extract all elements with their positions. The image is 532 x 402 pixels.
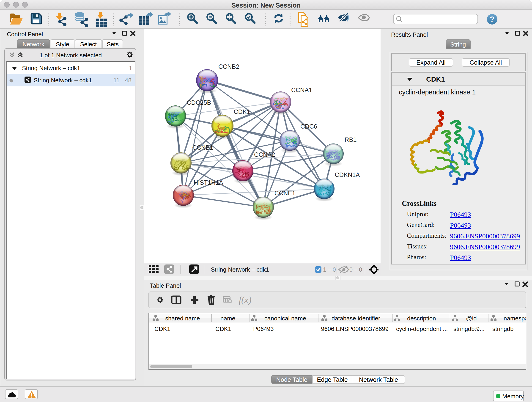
svg-text:CDK1: CDK1 (154, 325, 170, 332)
svg-text:CDKN1A: CDKN1A (335, 172, 360, 178)
svg-text:stringdb:9...: stringdb:9... (453, 325, 485, 332)
svg-text:9606.ENSP00000378699: 9606.ENSP00000378699 (321, 325, 389, 332)
svg-text:CCNA1: CCNA1 (291, 87, 312, 94)
svg-text:CDK1: CDK1 (215, 325, 231, 332)
svg-text:HIST1H1A: HIST1H1A (194, 179, 223, 186)
svg-text:CCNA2: CCNA2 (254, 151, 275, 158)
svg-text:canonical name: canonical name (264, 315, 306, 322)
svg-text:database identifier: database identifier (331, 315, 380, 322)
svg-text:CCNB1: CCNB1 (192, 144, 213, 151)
svg-text:CCNB2: CCNB2 (218, 63, 239, 70)
svg-text:name: name (220, 315, 235, 322)
svg-text:namespace: namespace (504, 315, 526, 322)
svg-text:CDK1: CDK1 (234, 108, 250, 115)
svg-text:description: description (407, 315, 436, 322)
svg-text:String Network – cdk1: String Network – cdk1 (211, 266, 269, 273)
svg-text:CDC6: CDC6 (300, 123, 317, 130)
svg-text:cyclin-dependent ...: cyclin-dependent ... (396, 325, 448, 332)
svg-text:stringdb: stringdb (492, 325, 514, 332)
svg-text:@id: @id (466, 315, 477, 322)
svg-text:CDC25B: CDC25B (187, 99, 211, 106)
svg-text:f(x): f(x) (239, 295, 252, 305)
svg-text:CCNE1: CCNE1 (274, 190, 296, 197)
svg-text:?: ? (490, 15, 495, 23)
svg-text:shared name: shared name (165, 315, 200, 322)
svg-text:RB1: RB1 (345, 136, 357, 143)
svg-text:P06493: P06493 (253, 325, 274, 332)
svg-text:1 – 0: 1 – 0 (323, 266, 336, 273)
svg-text:0 – 0: 0 – 0 (349, 266, 362, 273)
